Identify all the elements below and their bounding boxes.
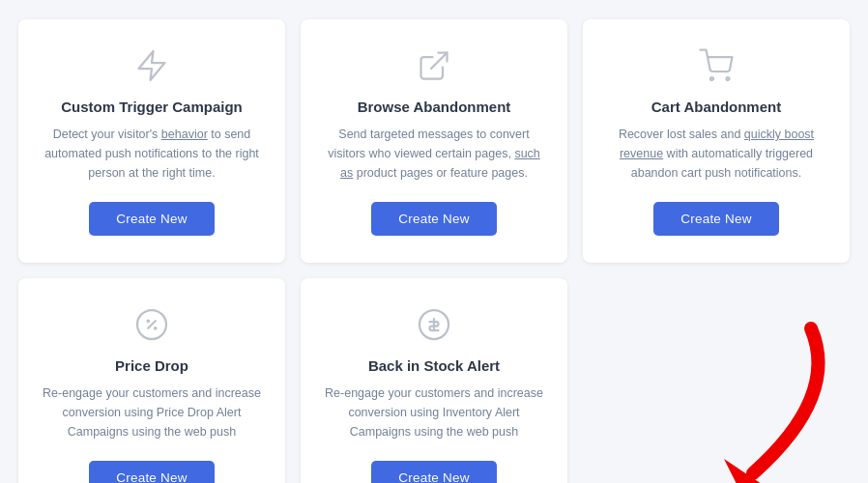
cart-icon bbox=[699, 46, 734, 85]
card-title-back-in-stock: Back in Stock Alert bbox=[368, 357, 500, 374]
create-new-button-custom-trigger[interactable]: Create New bbox=[89, 202, 214, 236]
card-cart-abandonment: Cart Abandonment Recover lost sales and … bbox=[583, 19, 850, 263]
create-new-button-price-drop[interactable]: Create New bbox=[89, 461, 214, 483]
svg-point-2 bbox=[727, 77, 730, 80]
card-desc-back-in-stock: Re-engage your customers and increase co… bbox=[324, 384, 544, 441]
svg-point-6 bbox=[155, 327, 157, 329]
svg-line-0 bbox=[431, 53, 448, 70]
card-desc-price-drop: Re-engage your customers and increase co… bbox=[42, 384, 262, 441]
dollar-icon bbox=[417, 305, 451, 344]
page-wrapper: Custom Trigger Campaign Detect your visi… bbox=[18, 19, 850, 483]
card-title-custom-trigger: Custom Trigger Campaign bbox=[61, 99, 243, 115]
external-link-icon bbox=[417, 46, 451, 85]
card-title-cart-abandonment: Cart Abandonment bbox=[651, 99, 781, 115]
card-desc-cart-abandonment: Recover lost sales and quickly boost rev… bbox=[606, 125, 826, 183]
card-custom-trigger: Custom Trigger Campaign Detect your visi… bbox=[18, 19, 285, 263]
card-desc-custom-trigger: Detect your visitor's behavior to send a… bbox=[42, 125, 262, 183]
svg-point-1 bbox=[710, 77, 713, 80]
svg-point-5 bbox=[148, 321, 150, 323]
campaign-grid: Custom Trigger Campaign Detect your visi… bbox=[18, 19, 850, 483]
card-title-browse-abandonment: Browse Abandonment bbox=[358, 99, 511, 115]
create-new-button-back-in-stock[interactable]: Create New bbox=[371, 461, 496, 483]
create-new-button-cart-abandonment[interactable]: Create New bbox=[653, 202, 778, 236]
percent-icon bbox=[134, 305, 169, 344]
card-title-price-drop: Price Drop bbox=[115, 357, 188, 374]
card-price-drop: Price Drop Re-engage your customers and … bbox=[18, 278, 285, 483]
create-new-button-browse-abandonment[interactable]: Create New bbox=[371, 202, 496, 236]
card-browse-abandonment: Browse Abandonment Send targeted message… bbox=[301, 19, 567, 263]
card-back-in-stock: Back in Stock Alert Re-engage your custo… bbox=[301, 278, 567, 483]
bolt-icon bbox=[134, 46, 169, 85]
card-desc-browse-abandonment: Send targeted messages to convert visito… bbox=[324, 125, 544, 183]
